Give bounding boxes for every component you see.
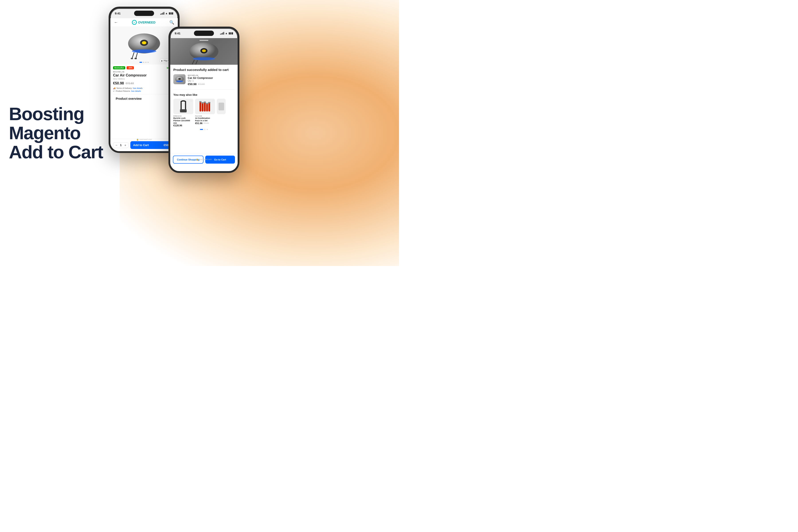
returns-icon: ↩ bbox=[113, 90, 115, 92]
logo-circle: O bbox=[132, 20, 137, 25]
heading: Boosting Magento Add to Cart bbox=[9, 104, 107, 162]
also-like-title: You may also like bbox=[173, 93, 234, 96]
wrench-svg bbox=[198, 99, 212, 114]
svg-rect-20 bbox=[204, 102, 206, 112]
svg-point-2 bbox=[142, 41, 146, 44]
wifi-icon-right: ▲ bbox=[225, 32, 228, 35]
status-time-left: 9:41 bbox=[115, 12, 120, 15]
also-brand-1: DRESCO bbox=[173, 115, 193, 117]
delivery-info: 🚚 Terms of Delivery See details bbox=[113, 87, 175, 89]
sku-left: SKU: 009521 bbox=[113, 78, 175, 80]
status-icons-right: ▲ ▮▮▮ bbox=[220, 32, 233, 35]
also-price-1: €128.96 bbox=[173, 124, 193, 127]
added-product-img bbox=[173, 74, 186, 84]
add-to-cart-label: Add to Cart bbox=[133, 144, 149, 147]
screen-left: ← O OVERNEED 🔍 bbox=[110, 18, 178, 151]
svg-rect-23 bbox=[199, 101, 202, 102]
qty-value: 1 bbox=[119, 144, 122, 147]
also-title-2: 14 Combination Keys in a Set bbox=[195, 117, 215, 122]
logo-text: OVERNEED bbox=[138, 21, 156, 24]
svg-rect-5 bbox=[131, 58, 133, 59]
wishlist-heart-item2[interactable]: ♡ bbox=[212, 99, 214, 102]
added-price-old: €72.83 bbox=[198, 83, 205, 86]
also-like-img-2: ♡ bbox=[195, 99, 215, 114]
svg-point-15 bbox=[178, 78, 181, 80]
returns-info: ↩ Product Returns See details bbox=[113, 90, 175, 92]
added-price-row: €50.98 €72.83 bbox=[188, 82, 213, 86]
signal-icon bbox=[160, 12, 164, 15]
product-image-area: ▶ Play Video ♡ bbox=[110, 27, 178, 64]
phone-right: 9:41 ▲ ▮▮▮ bbox=[169, 26, 240, 173]
top-nav-left: ← O OVERNEED 🔍 bbox=[110, 18, 178, 27]
play-icon: ▶ bbox=[162, 60, 163, 62]
logo-left: O OVERNEED bbox=[132, 20, 156, 25]
dynamic-island-left bbox=[134, 11, 154, 16]
badge-bestseller: Bestseller bbox=[113, 66, 125, 69]
product-title-left: Car Air Compressor bbox=[113, 73, 175, 77]
heading-line2: Magento bbox=[9, 123, 80, 143]
wishlist-heart-item1[interactable]: ♡ bbox=[190, 99, 192, 102]
badges-row: Bestseller -30% In stock bbox=[113, 66, 175, 69]
svg-point-3 bbox=[132, 50, 156, 53]
also-brand-2: FACOM bbox=[195, 115, 215, 117]
site-footer-right: 🔒 overneed.com bbox=[170, 157, 238, 162]
qty-plus[interactable]: + bbox=[125, 144, 126, 147]
svg-rect-17 bbox=[180, 109, 187, 112]
added-title: Car Air Compressor bbox=[188, 76, 213, 80]
hero-text: Boosting Magento Add to Cart bbox=[9, 104, 107, 162]
svg-line-13 bbox=[196, 60, 197, 64]
delivery-link[interactable]: See details bbox=[133, 87, 143, 89]
svg-rect-24 bbox=[202, 102, 204, 103]
also-price-old-2: €74.23 bbox=[204, 122, 209, 124]
status-time-right: 9:41 bbox=[175, 32, 180, 35]
svg-rect-19 bbox=[202, 102, 204, 112]
signal-icon-right bbox=[220, 32, 224, 35]
gray-product-top bbox=[170, 38, 238, 65]
returns-link[interactable]: See details bbox=[131, 90, 141, 92]
added-product-svg bbox=[174, 75, 185, 83]
also-like-item-2[interactable]: ♡ bbox=[195, 99, 215, 127]
screen-right: Product successfully added to cart bbox=[170, 38, 238, 171]
also-like-item-3[interactable] bbox=[217, 99, 234, 127]
price-old-left: €72.83 bbox=[126, 82, 134, 85]
lock-svg bbox=[177, 99, 190, 114]
product-info-left: Bestseller -30% In stock MICHELIN Car Ai… bbox=[110, 64, 178, 103]
product-bg-image bbox=[187, 40, 221, 65]
third-item-svg bbox=[217, 99, 225, 114]
search-icon-left[interactable]: 🔍 bbox=[169, 20, 174, 25]
image-dots bbox=[139, 62, 149, 63]
price-row-left: €50.98 €72.83 bbox=[113, 81, 175, 86]
qty-minus[interactable]: − bbox=[115, 144, 117, 147]
dot-2 bbox=[204, 129, 206, 130]
status-icons-left: ▲ ▮▮▮ bbox=[160, 12, 173, 15]
also-like-img-3 bbox=[217, 99, 226, 114]
svg-rect-18 bbox=[200, 101, 201, 112]
also-title-1: Bycicle Lock Pantser 22x10000 mm bbox=[173, 117, 193, 124]
battery-icon-right: ▮▮▮ bbox=[229, 32, 233, 35]
also-price-2: €51.96 bbox=[195, 122, 203, 125]
overview-title: Product overview bbox=[113, 96, 175, 101]
dot-3 bbox=[207, 129, 208, 130]
delivery-text: Terms of Delivery bbox=[116, 87, 132, 89]
svg-rect-7 bbox=[135, 58, 137, 59]
page-dots bbox=[173, 129, 234, 130]
added-brand: MICHELIN bbox=[188, 74, 213, 76]
also-like-img-1: ♡ bbox=[173, 99, 193, 114]
also-like-item-1[interactable]: ♡ DRESCO Bycicle Lock Pantser 22x10000 m… bbox=[173, 99, 193, 127]
svg-rect-26 bbox=[206, 103, 208, 104]
qty-control: − 1 + bbox=[113, 142, 129, 148]
badge-discount: -30% bbox=[127, 66, 134, 69]
battery-icon: ▮▮▮ bbox=[169, 12, 173, 15]
svg-line-12 bbox=[192, 60, 194, 64]
svg-rect-28 bbox=[218, 102, 224, 110]
price-current-left: €50.98 bbox=[113, 81, 124, 86]
svg-rect-22 bbox=[208, 102, 210, 112]
returns-text: Product Returns bbox=[116, 90, 130, 92]
back-button-left[interactable]: ← bbox=[114, 20, 118, 25]
added-qty: Qty: 1 bbox=[188, 80, 213, 82]
dot-1 bbox=[200, 129, 203, 130]
svg-rect-21 bbox=[206, 103, 208, 112]
svg-point-16 bbox=[176, 80, 183, 82]
divider-left bbox=[113, 94, 175, 94]
success-title: Product successfully added to cart bbox=[173, 68, 234, 72]
